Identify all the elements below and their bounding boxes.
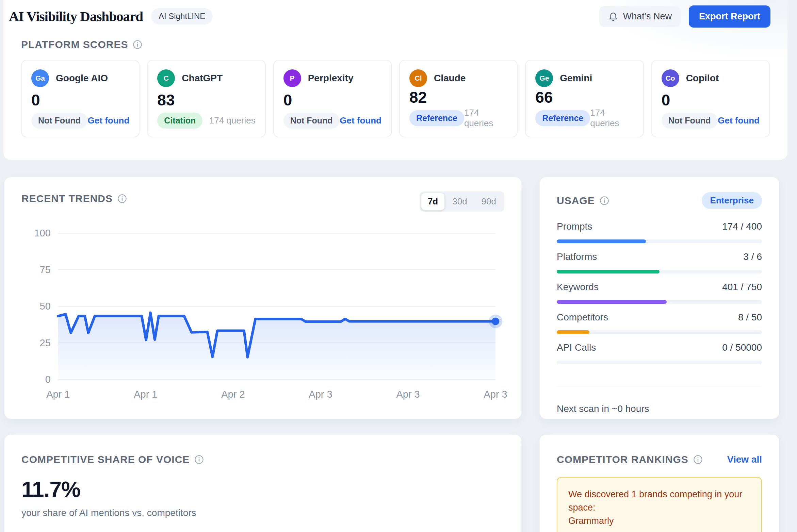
- get-found-link[interactable]: Get found: [718, 115, 760, 126]
- platform-card-copilot: Co Copilot 0 Not Found Get found: [651, 60, 770, 137]
- usage-value: 401 / 750: [722, 282, 762, 293]
- status-badge: Not Found: [662, 113, 718, 129]
- competitor-rankings-header: COMPETITOR RANKINGS: [557, 454, 703, 465]
- platform-score: 82: [409, 89, 507, 105]
- progress-fill: [557, 330, 589, 334]
- app-header: AI Visibility Dashboard AI SightLINE Wha…: [3, 0, 787, 27]
- usage-label: Prompts: [557, 221, 592, 232]
- competitor-alert: We discovered 1 brands competing in your…: [557, 477, 762, 532]
- platform-card-claude: Cl Claude 82 Reference 174 queries: [399, 60, 518, 137]
- platform-name: Claude: [434, 73, 466, 84]
- info-icon[interactable]: [133, 40, 142, 49]
- platform-score: 0: [31, 92, 129, 108]
- usage-row-platforms: Platforms 3 / 6: [557, 251, 762, 273]
- status-badge: Reference: [535, 110, 590, 126]
- progress-fill: [557, 300, 667, 304]
- platform-card-gemini: Ge Gemini 66 Reference 174 queries: [525, 60, 644, 137]
- usage-title: USAGE: [557, 195, 595, 206]
- usage-label: Keywords: [557, 282, 599, 293]
- platform-scores-header: PLATFORM SCORES: [3, 27, 787, 50]
- competitor-rankings-card: COMPETITOR RANKINGS View all We discover…: [539, 434, 779, 532]
- platform-score: 0: [283, 92, 381, 108]
- platform-avatar: Ga: [31, 69, 49, 87]
- platform-name: Google AIO: [56, 73, 108, 84]
- progress-track: [557, 300, 762, 304]
- usage-value: 3 / 6: [744, 251, 762, 262]
- svg-text:Apr 1: Apr 1: [134, 389, 157, 400]
- progress-fill: [557, 270, 660, 273]
- top-section: AI Visibility Dashboard AI SightLINE Wha…: [3, 0, 787, 160]
- platform-avatar: Co: [662, 69, 679, 87]
- get-found-link[interactable]: Get found: [340, 115, 381, 126]
- svg-text:Apr 1: Apr 1: [46, 389, 70, 400]
- progress-track: [557, 239, 762, 243]
- status-badge: Not Found: [31, 113, 87, 129]
- platform-score: 83: [157, 92, 255, 108]
- bell-icon: [608, 11, 618, 21]
- status-badge: Reference: [409, 110, 464, 126]
- platform-name: Gemini: [560, 73, 592, 84]
- whats-new-button[interactable]: What's New: [599, 6, 681, 27]
- progress-track: [557, 270, 762, 273]
- svg-text:Apr 3: Apr 3: [484, 389, 507, 400]
- platform-name: Perplexity: [308, 73, 354, 84]
- whats-new-label: What's New: [623, 11, 672, 22]
- view-all-link[interactable]: View all: [727, 454, 762, 465]
- plan-badge: Enterprise: [702, 192, 762, 209]
- svg-text:25: 25: [40, 337, 51, 348]
- usage-header: USAGE: [557, 195, 609, 206]
- share-of-voice-card: COMPETITIVE SHARE OF VOICE 11.7% your sh…: [4, 434, 522, 532]
- chart-endpoint-dot: [492, 318, 499, 325]
- platform-score: 0: [662, 92, 760, 108]
- app-title: AI Visibility Dashboard: [9, 8, 143, 24]
- platform-name: ChatGPT: [182, 73, 223, 84]
- platform-avatar: P: [283, 69, 301, 87]
- svg-text:0: 0: [45, 374, 51, 385]
- status-badge: Citation: [157, 113, 202, 129]
- info-icon[interactable]: [194, 455, 204, 464]
- progress-track: [557, 330, 762, 334]
- export-report-button[interactable]: Export Report: [689, 5, 770, 28]
- usage-row-competitors: Competitors 8 / 50: [557, 312, 762, 334]
- usage-card: USAGE Enterprise Prompts 174 / 400 Platf…: [539, 177, 779, 419]
- app-badge: AI SightLINE: [151, 8, 213, 24]
- platform-avatar: Ge: [535, 69, 553, 87]
- platform-avatar: C: [157, 69, 175, 87]
- recent-trends-card: RECENT TRENDS 7d 30d 90d 1007550250Apr 1…: [4, 177, 522, 419]
- competitor-rankings-title: COMPETITOR RANKINGS: [557, 454, 688, 465]
- share-of-voice-header: COMPETITIVE SHARE OF VOICE: [21, 454, 504, 465]
- share-subtitle: your share of AI mentions vs. competitor…: [21, 508, 504, 518]
- trend-chart[interactable]: 1007550250Apr 1Apr 1Apr 2Apr 3Apr 3Apr 3: [4, 177, 521, 419]
- queries-count: 174 queries: [209, 115, 256, 126]
- get-found-link[interactable]: Get found: [88, 115, 130, 126]
- queries-count: 174 queries: [590, 107, 633, 129]
- progress-track: [557, 361, 762, 364]
- alert-brand: Grammarly: [568, 516, 614, 526]
- platform-card-google-aio: Ga Google AIO 0 Not Found Get found: [21, 60, 140, 137]
- usage-value: 0 / 50000: [722, 342, 762, 353]
- alert-message: We discovered 1 brands competing in your…: [568, 489, 742, 513]
- platform-name: Copilot: [686, 73, 719, 84]
- usage-row-keywords: Keywords 401 / 750: [557, 282, 762, 304]
- progress-fill: [557, 239, 646, 243]
- info-icon[interactable]: [600, 196, 609, 205]
- next-scan-text: Next scan in ~0 hours: [557, 403, 762, 414]
- usage-label: API Calls: [557, 342, 596, 353]
- status-badge: Not Found: [283, 113, 340, 129]
- svg-text:75: 75: [40, 264, 51, 275]
- share-of-voice-title: COMPETITIVE SHARE OF VOICE: [21, 454, 190, 465]
- info-icon[interactable]: [693, 455, 703, 464]
- usage-row-prompts: Prompts 174 / 400: [557, 221, 762, 243]
- platform-score: 66: [535, 89, 633, 105]
- usage-label: Competitors: [557, 312, 608, 323]
- platform-cards-row: Ga Google AIO 0 Not Found Get found C Ch…: [3, 50, 787, 137]
- share-value: 11.7%: [21, 477, 504, 502]
- svg-text:Apr 3: Apr 3: [396, 389, 420, 400]
- svg-text:100: 100: [34, 228, 51, 239]
- platform-card-perplexity: P Perplexity 0 Not Found Get found: [273, 60, 392, 137]
- platform-avatar: Cl: [409, 69, 427, 87]
- divider: [557, 386, 762, 386]
- usage-row-api-calls: API Calls 0 / 50000: [557, 342, 762, 364]
- usage-value: 8 / 50: [738, 312, 762, 323]
- platform-scores-title: PLATFORM SCORES: [21, 39, 128, 50]
